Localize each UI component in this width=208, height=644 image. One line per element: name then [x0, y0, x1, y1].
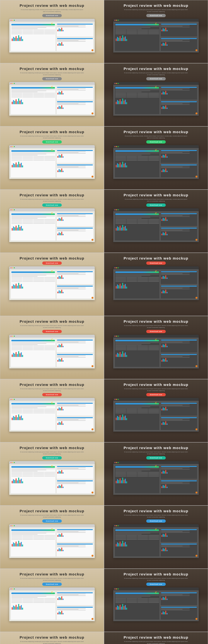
download-button[interactable]: Download now: [42, 14, 62, 17]
chart-bar: [22, 102, 23, 104]
mini-table-cell: [148, 278, 159, 279]
mini-table-cell: [115, 222, 126, 222]
download-button[interactable]: Download now: [146, 204, 166, 207]
download-button[interactable]: Download now: [146, 520, 166, 523]
mini-chart-small: [161, 344, 197, 348]
download-button[interactable]: Download now: [146, 77, 166, 80]
dot-red: [11, 83, 12, 84]
mini-table-row: [11, 602, 55, 603]
download-button[interactable]: Download now: [42, 330, 62, 333]
mini-table-cell: [22, 410, 33, 411]
mini-table-row: [11, 277, 55, 278]
chart-bar: [14, 285, 15, 288]
download-button[interactable]: Download now: [146, 582, 166, 586]
mini-table-cell: [22, 347, 33, 348]
chart-bar: [165, 232, 166, 235]
download-button[interactable]: Download now: [42, 582, 62, 586]
mini-panel-header: [57, 607, 93, 608]
mini-table-cell: [148, 219, 159, 220]
mini-text-line: [57, 231, 86, 231]
card-content-wrapper: Project review with web mockupEt accumsa…: [104, 316, 208, 368]
mini-panel-header: [161, 271, 197, 272]
card-6: Project review with web mockupEt accumsa…: [0, 190, 104, 253]
card-content-wrapper: Project review with web mockupEt accumsa…: [104, 63, 208, 116]
dot-yellow: [12, 588, 13, 590]
chart-bar: [16, 415, 17, 420]
mini-table-cell: [126, 409, 137, 410]
mini-chart: [11, 540, 55, 547]
card-subtitle: Et accumsan adipiscing conubia quis puru…: [20, 198, 84, 202]
chart-bar: [126, 544, 127, 546]
mini-table-row: [115, 281, 159, 282]
mini-table-cell: [22, 30, 33, 30]
mini-table-cell: [33, 409, 44, 410]
mini-table-cell: [137, 220, 148, 221]
mini-text-line: [115, 406, 150, 407]
mini-table-cell: [137, 158, 148, 159]
download-button[interactable]: Download now: [42, 77, 62, 80]
mini-table-cell: [22, 281, 33, 282]
chart-bar: [164, 486, 165, 488]
mini-table-cell: [33, 538, 44, 538]
mini-table-cell: [33, 157, 44, 158]
chart-bar: [118, 354, 119, 357]
download-button[interactable]: Download now: [42, 520, 62, 523]
chart-bar: [14, 480, 15, 483]
download-button[interactable]: Download now: [146, 330, 166, 333]
mini-orange-icon: [91, 365, 93, 367]
card-4: Project review with web mockupEt accumsa…: [0, 126, 104, 190]
mini-text-line: [115, 342, 159, 343]
mini-table-cell: [115, 94, 126, 95]
download-button[interactable]: Download now: [42, 393, 62, 396]
mini-table-cell: [115, 93, 126, 94]
mini-table-cell: [11, 535, 22, 536]
mockup-left-panel: [115, 465, 160, 494]
mini-table-cell: [11, 476, 22, 476]
mini-table-row: [11, 34, 55, 34]
mini-text-line: [161, 405, 182, 406]
mini-orange-icon: [91, 49, 93, 51]
chart-bar: [61, 105, 62, 109]
mini-table-cell: [126, 410, 137, 411]
mini-text-line: [57, 484, 86, 484]
mini-text-line: [115, 152, 159, 153]
download-button[interactable]: Download now: [146, 140, 166, 144]
mini-text-line: [57, 341, 86, 342]
chart-bar: [167, 234, 168, 235]
card-subtitle: Et accumsan adipiscing conubia. Aenean p…: [20, 9, 84, 13]
browser-content: C: [113, 527, 199, 558]
mockup-bottom-right: [56, 543, 93, 557]
mini-table-cell: [44, 280, 55, 280]
mini-table-cell: [22, 158, 33, 159]
chart-bar: [61, 168, 62, 172]
chart-bar: [61, 407, 62, 410]
mini-table-cell: [33, 601, 44, 602]
download-button[interactable]: Download now: [42, 262, 62, 265]
chart-bar: [16, 542, 17, 546]
mini-table-cell: [126, 277, 137, 278]
mini-table-cell: [126, 350, 137, 350]
download-button[interactable]: Download now: [42, 456, 62, 460]
download-button[interactable]: Download now: [146, 14, 166, 17]
card-title: Project review with web mockup: [20, 572, 84, 576]
download-button[interactable]: Download now: [146, 262, 166, 265]
mini-text-line: [161, 273, 190, 273]
mockup-bottom-right: [160, 285, 197, 299]
mini-table-cell: [11, 96, 22, 96]
mini-text-line: [115, 532, 159, 532]
download-button[interactable]: Download now: [146, 456, 166, 460]
dot-red: [115, 83, 116, 84]
download-button[interactable]: Download now: [146, 393, 166, 396]
mini-header: [115, 403, 159, 404]
chart-bar: [161, 346, 162, 347]
download-button[interactable]: Download now: [42, 140, 62, 144]
mini-table-row: [11, 535, 55, 536]
chart-bar: [63, 44, 64, 46]
download-button[interactable]: Download now: [42, 204, 62, 207]
mockup-right-panel: [56, 23, 93, 51]
chart-bar: [118, 543, 119, 546]
mini-table-row: [115, 220, 159, 221]
mini-table-cell: [11, 473, 22, 474]
chart-bar: [121, 480, 122, 483]
card-10: Project review with web mockupEt accumsa…: [0, 316, 104, 379]
